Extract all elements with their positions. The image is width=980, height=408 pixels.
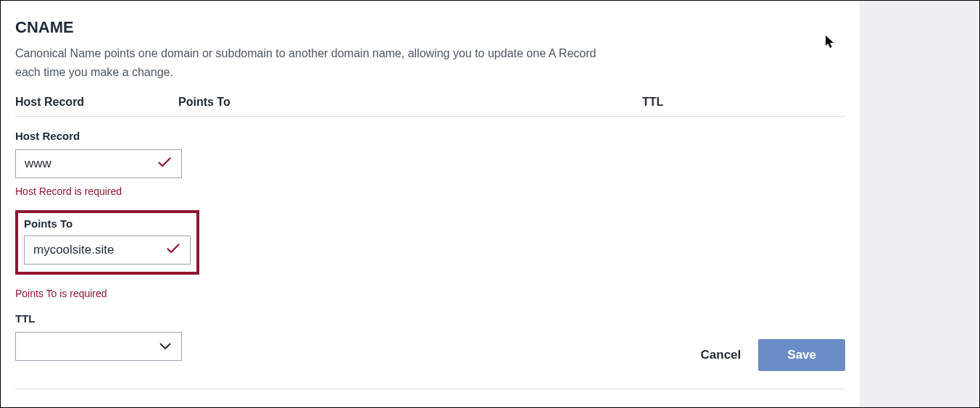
col-header-host: Host Record [15,96,178,109]
points-to-error: Points To is required [15,288,845,299]
check-icon [158,157,171,170]
page-title: CNAME [15,18,845,37]
points-to-input-wrap [24,236,191,265]
cancel-button[interactable]: Cancel [701,348,742,362]
ttl-label: TTL [15,312,845,325]
cname-form-panel: CNAME Canonical Name points one domain o… [1,1,860,407]
points-to-label: Points To [24,217,191,230]
page-description: Canonical Name points one domain or subd… [15,44,624,81]
check-icon [167,243,180,257]
points-to-input[interactable] [25,236,190,264]
col-header-ttl: TTL [642,96,845,109]
host-record-field-group: Host Record Host Record is required [15,130,845,197]
points-to-field-group: Points To Points To is required [15,210,845,299]
host-record-label: Host Record [15,130,845,142]
points-to-highlight: Points To [15,210,199,275]
column-header-row: Host Record Points To TTL [15,96,845,117]
form-footer: Cancel Save [15,339,845,389]
save-button[interactable]: Save [758,339,845,371]
col-header-points: Points To [178,96,642,109]
host-record-input[interactable] [16,150,181,178]
host-record-input-wrap [15,149,182,178]
host-record-error: Host Record is required [15,186,845,197]
